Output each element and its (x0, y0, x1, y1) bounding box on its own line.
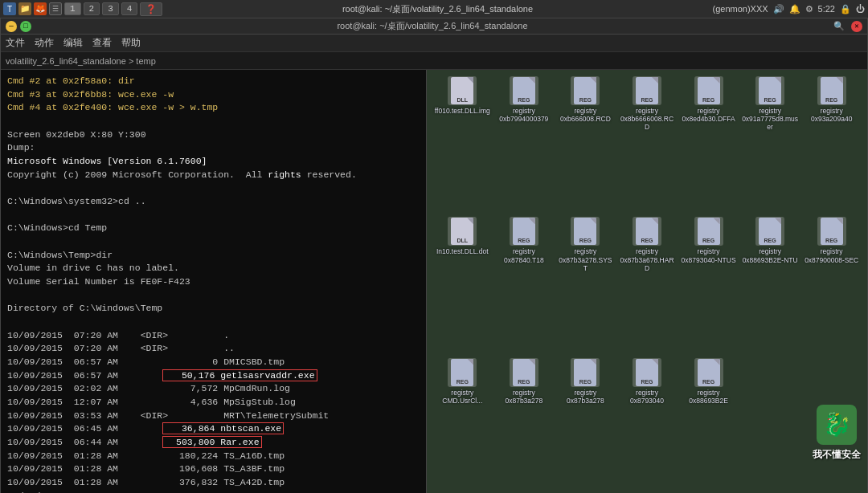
window-controls: ─ □ (6, 21, 31, 32)
blank-5 (7, 289, 420, 303)
watermark: 🐉 我不懂安全 (813, 405, 861, 462)
getlsasrvaddr-line: 10/09/2015 06:57 AM 50,176 getlsasrvaddr… (7, 369, 420, 383)
copyright: Copyright (c) 2009 Microsoft Corporation… (7, 169, 420, 182)
window-title: root@kali: ~/桌面/volatility_2.6_lin64_sta… (31, 20, 833, 32)
taskbar-time: 5:22 (818, 4, 835, 14)
tab-2[interactable]: 2 (84, 2, 100, 15)
taskbar: T 📁 🦊 ☰ 1 2 3 4 ❓ root@kali: ~/桌面/volati… (0, 0, 868, 18)
app-icon-firefox[interactable]: 🦊 (34, 2, 47, 15)
desktop-icon-registry7[interactable]: REG registry0x87840.T18 (495, 217, 554, 354)
desktop-icon-registry2[interactable]: REG registry0xb666008.RCD (556, 76, 615, 214)
menu-edit[interactable]: 编辑 (63, 36, 83, 50)
app-icon-terminal[interactable]: T (3, 2, 16, 15)
taskbar-lock-icon[interactable]: 🔒 (840, 4, 851, 14)
desktop-icon-registry16[interactable]: REG registry0x88693B2E (679, 358, 738, 487)
blank-2 (7, 181, 420, 195)
address-path: volatility_2.6_lin64_standalone > temp (6, 56, 156, 66)
dir-dotdot: 10/09/2015 07:20 AM <DIR> .. (7, 342, 420, 356)
desktop-icon-cmd-usrcl[interactable]: REG registryCMD.UsrCl... (433, 358, 492, 487)
cd-temp: C:\Windows>cd Temp (7, 222, 420, 235)
dir-cmd: C:\Windows\Temp>dir (7, 249, 420, 263)
dir-of: Directory of C:\Windows\Temp (7, 302, 420, 316)
tab-3[interactable]: 3 (102, 2, 119, 15)
win-ver: Microsoft Windows [Version 6.1.7600] (7, 155, 420, 169)
tab-4[interactable]: 4 (121, 2, 138, 15)
mrt-dir: 10/09/2015 03:53 AM <DIR> MRT\TelemetryS… (7, 409, 420, 423)
ts-a3bf: 10/09/2015 01:28 AM 196,608 TS_A3BF.tmp (7, 462, 420, 476)
blank-4 (7, 235, 420, 249)
desktop-icon-registry13[interactable]: REG registry0x87b3a278 (495, 358, 554, 487)
blank-6 (7, 316, 420, 329)
app-icon-extra[interactable]: ☰ (49, 2, 62, 15)
ts-a528: 10/09/2015 01:28 AM 114,688 TS_A528.tmp (7, 490, 420, 493)
mpcmdrun: 10/09/2015 02:02 AM 7,572 MpCmdRun.log (7, 382, 420, 396)
screen-line: Screen 0x2deb0 X:80 Y:300 (7, 128, 420, 142)
taskbar-user: (genmon)XXX (712, 4, 768, 14)
menu-bar: 文件 动作 编辑 查看 帮助 (1, 35, 867, 52)
desktop-icon-registry8[interactable]: REG registry0x87b3a278.SYST (556, 217, 615, 354)
taskbar-notify-icon[interactable]: 🔔 (789, 4, 800, 14)
dir-dot: 10/09/2015 07:20 AM <DIR> . (7, 329, 420, 343)
dump-line: Dump: (7, 141, 420, 155)
desktop-icon-registry12[interactable]: REG registry0x87900008-SEC (802, 217, 861, 354)
main-content: Cmd #2 at 0x2f58a0: dir Cmd #3 at 0x2f6b… (1, 70, 867, 493)
ts-a16d: 10/09/2015 01:28 AM 180,224 TS_A16D.tmp (7, 450, 420, 463)
watermark-emoji: 🐉 (823, 411, 851, 438)
window-close-controls: 🔍 ✕ (833, 21, 862, 32)
address-bar: volatility_2.6_lin64_standalone > temp (1, 52, 867, 70)
desktop-icon-registry15[interactable]: REG registry0x8793040 (618, 358, 677, 487)
menu-help[interactable]: 帮助 (121, 36, 141, 50)
desktop-icon-file2[interactable]: DLL In10.test.DLL.dot (433, 217, 492, 354)
terminal-panel[interactable]: Cmd #2 at 0x2f58a0: dir Cmd #3 at 0x2f6b… (1, 70, 427, 493)
desktop-icons-grid: DLL ff010.test.DLL.img REG registry0xb79… (433, 76, 861, 487)
blank-3 (7, 209, 420, 222)
close-button[interactable]: ✕ (851, 21, 862, 32)
dmicsbd: 10/09/2015 06:57 AM 0 DMICSBD.tmp (7, 356, 420, 369)
terminal-window: ─ □ root@kali: ~/桌面/volatility_2.6_lin64… (0, 18, 868, 493)
cmd-line-2: Cmd #3 at 0x2f6bb8: wce.exe -w (7, 88, 420, 102)
menu-action[interactable]: 动作 (35, 36, 54, 50)
desktop-icon-registry5[interactable]: REG registry0x91a7775d8.muser (741, 76, 800, 214)
desktop-icon-file1[interactable]: DLL ff010.test.DLL.img (433, 76, 492, 214)
maximize-button[interactable]: □ (20, 21, 31, 32)
desktop-icon-registry6[interactable]: REG registry0x93a209a40 (802, 76, 861, 214)
taskbar-volume-icon[interactable]: 🔊 (773, 4, 784, 14)
tab-new[interactable]: ❓ (140, 2, 162, 16)
nbtscan-line: 10/09/2015 06:45 AM 36,864 nbtscan.exe (7, 422, 420, 436)
vol-label: Volume in drive C has no label. (7, 262, 420, 275)
taskbar-power-icon[interactable]: ⏻ (856, 4, 865, 14)
menu-file[interactable]: 文件 (6, 36, 25, 50)
desktop-icon-registry9[interactable]: REG registry0x87b3a678.HARD (618, 217, 677, 354)
desktop-icon-registry3[interactable]: REG registry0x8b6666008.RCD (618, 76, 677, 214)
desktop-icon-registry11[interactable]: REG registry0x88693B2E-NTU (741, 217, 800, 354)
taskbar-right: (genmon)XXX 🔊 🔔 ⚙ 5:22 🔒 ⏻ (712, 4, 865, 14)
mpsigstub: 10/09/2015 12:07 AM 4,636 MpSigStub.log (7, 396, 420, 409)
cmd-line-1: Cmd #2 at 0x2f58a0: dir (7, 75, 420, 88)
ts-a42d: 10/09/2015 01:28 AM 376,832 TS_A42D.tmp (7, 476, 420, 490)
watermark-icon: 🐉 (817, 405, 857, 445)
blank-1 (7, 115, 420, 128)
window-titlebar: ─ □ root@kali: ~/桌面/volatility_2.6_lin64… (1, 18, 867, 35)
watermark-label: 我不懂安全 (813, 448, 861, 462)
desktop-icon-registry1[interactable]: REG registry0xb7994000379 (495, 76, 554, 214)
vol-serial: Volume Serial Number is FE0F-F423 (7, 275, 420, 289)
tab-1[interactable]: 1 (64, 2, 81, 15)
desktop-icon-registry10[interactable]: REG registry0x8793040-NTUS (679, 217, 738, 354)
cd-dotdot: C:\Windows\system32>cd .. (7, 195, 420, 209)
desktop-icon-registry4[interactable]: REG registry0x8ed4b30.DFFA (679, 76, 738, 214)
taskbar-title: root@kali: ~/桌面/volatility_2.6_lin64_sta… (166, 3, 709, 15)
app-icon-folder[interactable]: 📁 (18, 2, 31, 15)
taskbar-left: T 📁 🦊 ☰ 1 2 3 4 ❓ (3, 2, 162, 16)
desktop-icon-registry14[interactable]: REG registry0x87b3a278 (556, 358, 615, 487)
menu-view[interactable]: 查看 (92, 36, 112, 50)
minimize-button[interactable]: ─ (6, 21, 17, 32)
taskbar-settings-icon[interactable]: ⚙ (805, 4, 813, 14)
desktop-panel: DLL ff010.test.DLL.img REG registry0xb79… (427, 70, 867, 493)
rar-line: 10/09/2015 06:44 AM 503,800 Rar.exe (7, 436, 420, 450)
cmd-line-3: Cmd #4 at 0x2fe400: wce.exe -w > w.tmp (7, 101, 420, 115)
search-icon[interactable]: 🔍 (833, 21, 845, 32)
